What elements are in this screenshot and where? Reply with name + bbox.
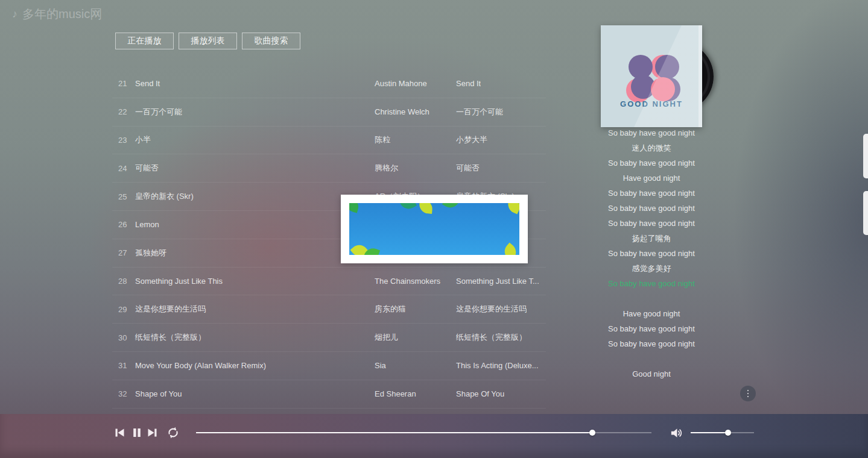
track-title: 皇帝的新衣 (Skr) bbox=[135, 191, 194, 202]
music-note-icon: ♪ bbox=[12, 8, 17, 20]
track-title: Shape of You bbox=[135, 389, 182, 398]
lyric-line: 感觉多美好 bbox=[561, 261, 742, 276]
ad-banner-image bbox=[349, 203, 519, 255]
dot bbox=[747, 393, 749, 395]
track-title: 孤独她呀 bbox=[135, 248, 166, 259]
playlist-row[interactable]: 23 小半 陈粒 小梦大半 bbox=[112, 127, 546, 155]
playlist-row[interactable]: 28 Something Just Like This The Chainsmo… bbox=[112, 268, 546, 296]
track-artist: Austin Mahone bbox=[375, 79, 427, 88]
previous-track-icon[interactable] bbox=[114, 427, 125, 438]
track-number: 32 bbox=[112, 389, 131, 398]
player-bar bbox=[0, 414, 868, 458]
lyrics-panel: So baby have good night迷人的微笑So baby have… bbox=[561, 125, 742, 381]
scrollbar-thumb-top[interactable] bbox=[863, 134, 868, 178]
track-artist: Christine Welch bbox=[375, 107, 429, 116]
track-title: Something Just Like This bbox=[135, 277, 223, 286]
track-title: 这是你想要的生活吗 bbox=[135, 304, 206, 315]
playlist-row[interactable]: 21 Send It Austin Mahone Send It bbox=[112, 70, 546, 98]
leaf-icon bbox=[399, 203, 417, 212]
progress-bar[interactable] bbox=[196, 432, 651, 433]
track-number: 28 bbox=[112, 277, 131, 286]
leaf-icon bbox=[501, 243, 519, 255]
lyric-line: So baby have good night bbox=[561, 201, 742, 216]
track-artist: The Chainsmokers bbox=[375, 277, 440, 286]
track-artist: 腾格尔 bbox=[375, 163, 398, 174]
track-album: 纸短情长（完整版） bbox=[456, 332, 527, 343]
track-title: Send It bbox=[135, 79, 160, 88]
track-number: 22 bbox=[112, 107, 131, 116]
tab-playlist[interactable]: 播放列表 bbox=[179, 33, 237, 49]
tab-song-search[interactable]: 歌曲搜索 bbox=[242, 33, 300, 49]
lyric-line: Good night bbox=[561, 366, 742, 381]
dot bbox=[747, 396, 749, 398]
tab-now-playing[interactable]: 正在播放 bbox=[115, 33, 174, 49]
ad-overlay[interactable] bbox=[341, 195, 528, 263]
track-album: 一百万个可能 bbox=[456, 107, 503, 118]
leaf-icon bbox=[419, 203, 433, 214]
lyric-line: 迷人的微笑 bbox=[561, 140, 742, 155]
playlist-row[interactable]: 30 纸短情长（完整版） 烟把儿 纸短情长（完整版） bbox=[112, 324, 546, 352]
track-title: 一百万个可能 bbox=[135, 107, 182, 118]
lyric-line: Have good night bbox=[561, 171, 742, 186]
volume-bar[interactable] bbox=[691, 432, 754, 433]
playlist-row[interactable]: 24 可能否 腾格尔 可能否 bbox=[112, 154, 546, 183]
track-number: 25 bbox=[112, 192, 131, 201]
lyric-line: So baby have good night bbox=[561, 321, 742, 336]
playlist-row[interactable]: 22 一百万个可能 Christine Welch 一百万个可能 bbox=[112, 98, 546, 127]
playlist-row[interactable]: 29 这是你想要的生活吗 房东的猫 这是你想要的生活吗 bbox=[112, 295, 546, 324]
leaf-icon bbox=[442, 203, 460, 211]
volume-icon[interactable] bbox=[670, 426, 683, 440]
track-album: Send It bbox=[456, 79, 481, 88]
track-number: 21 bbox=[112, 79, 131, 88]
next-track-icon[interactable] bbox=[147, 427, 158, 438]
case-spine bbox=[699, 25, 702, 127]
playlist-row[interactable]: 32 Shape of You Ed Sheeran Shape Of You bbox=[112, 380, 546, 409]
lyric-line bbox=[561, 291, 742, 306]
playlist-row[interactable]: 31 Move Your Body (Alan Walker Remix) Si… bbox=[112, 352, 546, 380]
dot bbox=[747, 390, 749, 392]
lyric-line: So baby have good night bbox=[561, 186, 742, 201]
progress-fill bbox=[196, 432, 592, 433]
track-artist: 烟把儿 bbox=[375, 332, 398, 343]
track-album: Something Just Like T... bbox=[456, 277, 539, 286]
lyric-line-current: So baby have good night bbox=[561, 276, 742, 291]
track-album: This Is Acting (Deluxe... bbox=[456, 361, 539, 370]
track-artist: 陈粒 bbox=[375, 134, 390, 145]
track-album: 这是你想要的生活吗 bbox=[456, 304, 527, 315]
track-artist: Sia bbox=[375, 361, 386, 370]
leaf-icon bbox=[505, 203, 519, 215]
cover-sheen bbox=[601, 25, 702, 127]
scrollbar-thumb-bottom[interactable] bbox=[863, 191, 868, 235]
track-number: 26 bbox=[112, 220, 131, 229]
lyric-line: So baby have good night bbox=[561, 336, 742, 351]
track-number: 30 bbox=[112, 333, 131, 342]
lyric-line: So baby have good night bbox=[561, 216, 742, 231]
track-number: 29 bbox=[112, 305, 131, 314]
track-artist: Ed Sheeran bbox=[375, 389, 416, 398]
lyric-line: So baby have good night bbox=[561, 125, 742, 140]
lyric-line: So baby have good night bbox=[561, 246, 742, 261]
track-album: 可能否 bbox=[456, 163, 480, 174]
track-number: 24 bbox=[112, 164, 131, 173]
track-album: Shape Of You bbox=[456, 389, 504, 398]
leaf-icon bbox=[349, 203, 360, 213]
music-app-screen: ♪ 多年的music网 正在播放 播放列表 歌曲搜索 21 Send It Au… bbox=[0, 0, 868, 458]
track-title: 纸短情长（完整版） bbox=[135, 332, 206, 343]
app-logo: ♪ 多年的music网 bbox=[12, 6, 102, 22]
track-number: 31 bbox=[112, 361, 131, 370]
lyric-line bbox=[561, 351, 742, 366]
track-title: 可能否 bbox=[135, 163, 159, 174]
progress-thumb[interactable] bbox=[589, 430, 595, 436]
app-title: 多年的music网 bbox=[22, 6, 102, 22]
lyric-line: Have good night bbox=[561, 306, 742, 321]
volume-fill bbox=[691, 432, 728, 433]
track-title: Move Your Body (Alan Walker Remix) bbox=[135, 361, 266, 370]
track-album: 小梦大半 bbox=[456, 134, 487, 145]
album-cover: GOOD NIGHT bbox=[601, 25, 702, 127]
track-number: 23 bbox=[112, 136, 131, 145]
volume-thumb[interactable] bbox=[725, 430, 731, 436]
pause-icon[interactable] bbox=[131, 427, 142, 438]
more-options-button[interactable] bbox=[740, 386, 756, 401]
track-number: 27 bbox=[112, 248, 131, 257]
repeat-icon[interactable] bbox=[166, 426, 180, 439]
